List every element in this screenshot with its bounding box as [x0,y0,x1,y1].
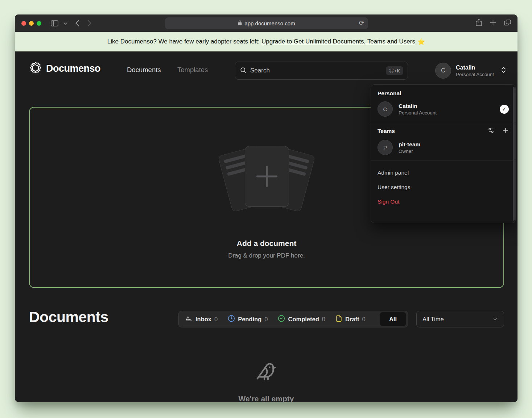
personal-section-heading: Personal [378,90,509,97]
signature-icon [185,315,193,323]
file-icon [335,315,342,323]
avatar: P [378,140,393,155]
avatar: C [435,63,451,79]
documenso-logo[interactable]: Documenso [29,61,100,76]
search-icon [240,67,247,75]
close-window-button[interactable] [21,21,26,26]
brand-name: Documenso [46,63,100,74]
nav-templates[interactable]: Templates [177,66,208,74]
tab-count: 0 [362,316,365,323]
tab-label: All [389,316,397,323]
tab-all[interactable]: All [380,312,406,326]
check-circle-icon [278,315,285,323]
tab-label: Pending [238,316,261,323]
upgrade-banner: Like Documenso? We have few early adopte… [15,32,517,51]
menu-account-name: Catalin [399,103,437,109]
dropzone-subtitle: Drag & drop your PDF here. [228,252,305,259]
manage-teams-icon[interactable] [488,127,494,135]
documenso-app: Documenso Documents Templates Search ⌘+K… [15,51,517,402]
menu-item-sign-out[interactable]: Sign Out [378,195,509,209]
tab-count: 0 [214,316,218,323]
tab-overview-icon[interactable] [504,20,511,27]
avatar: C [378,101,393,117]
traffic-lights [21,21,41,26]
nav-documents[interactable]: Documents [127,66,161,74]
tab-pending[interactable]: Pending 0 [223,311,273,327]
menu-item-user-settings[interactable]: User settings [378,180,509,195]
reload-icon[interactable]: ⟳ [359,19,364,27]
card-stack-illustration [209,145,325,223]
tab-label: Inbox [195,316,211,323]
tab-completed[interactable]: Completed 0 [273,311,330,327]
plus-icon [256,166,277,187]
lock-icon [238,20,242,26]
url-text: app.documenso.com [244,20,295,26]
search-input[interactable]: Search ⌘+K [235,62,408,80]
create-team-plus-icon[interactable] [502,127,509,135]
zoom-window-button[interactable] [37,21,41,26]
minimize-window-button[interactable] [29,21,34,26]
tab-label: Draft [345,316,359,323]
account-dropdown-menu: Personal C Catalin Personal Account ✓ Te… [371,84,516,223]
document-status-tabs: Inbox 0 Pending 0 Completed 0 [178,311,408,327]
empty-state-text: We're all empty [239,394,294,402]
browser-toolbar: app.documenso.com ⟳ [15,14,517,32]
menu-divider [371,160,515,160]
period-filter-select[interactable]: All Time [416,311,504,327]
menu-item-admin-panel[interactable]: Admin panel [378,166,509,180]
chevron-up-down-icon [501,66,506,75]
tab-inbox[interactable]: Inbox 0 [180,311,223,327]
account-menu-trigger[interactable]: C Catalin Personal Account [435,63,506,79]
new-tab-icon[interactable] [490,20,496,27]
search-shortcut-badge: ⌘+K [386,66,403,75]
forward-icon[interactable] [87,20,91,26]
address-bar[interactable]: app.documenso.com ⟳ [165,17,368,29]
teams-section-heading: Teams [378,128,395,134]
menu-scrollbar[interactable] [513,87,515,221]
empty-state: We're all empty [15,361,517,402]
browser-window: app.documenso.com ⟳ Like Documenso? We h… [15,14,517,402]
account-name: Catalin [456,64,494,71]
dropzone-title: Add a document [237,239,297,248]
menu-account-subtitle: Personal Account [399,110,437,116]
menu-item-team-pit-team[interactable]: P pit-team Owner [378,140,509,155]
sidebar-icon[interactable] [51,20,58,26]
documenso-logo-icon [29,61,42,76]
tab-count: 0 [322,316,325,323]
team-role: Owner [399,149,420,154]
clock-icon [228,315,235,323]
menu-item-personal-account[interactable]: C Catalin Personal Account ✓ [378,101,509,117]
banner-text: Like Documenso? We have few early adopte… [107,38,260,45]
tab-label: Completed [288,316,319,323]
star-icon: ⭐ [417,38,425,46]
share-icon[interactable] [476,19,482,28]
account-type: Personal Account [456,72,494,77]
tab-count: 0 [264,316,268,323]
selected-check-icon: ✓ [500,105,509,114]
upgrade-link[interactable]: Upgrade to Get Unlimited Documents, Team… [261,38,415,45]
chevron-down-icon [492,317,498,322]
team-name: pit-team [399,141,420,148]
documents-heading: Documents [29,309,108,326]
back-icon[interactable] [75,20,79,26]
tab-group-chevron-icon[interactable] [63,22,67,25]
period-filter-value: All Time [422,316,444,323]
document-card-front [245,146,289,207]
menu-divider [371,122,515,122]
search-placeholder: Search [250,67,382,74]
bird-icon [256,361,277,384]
tab-draft[interactable]: Draft 0 [330,311,371,327]
